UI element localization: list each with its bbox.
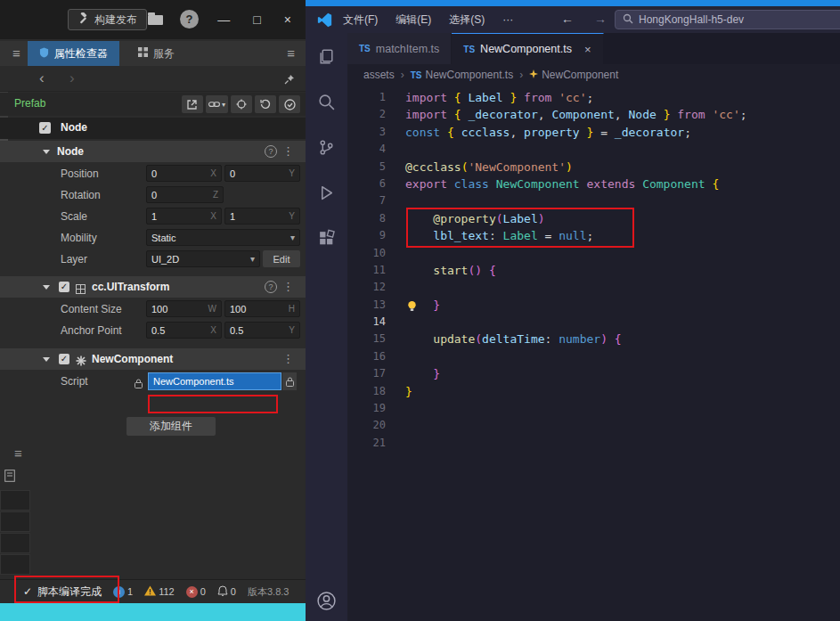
code-line[interactable]: 3const { ccclass, property } = _decorato… (347, 124, 840, 141)
script-input[interactable]: NewComponent.ts (148, 372, 281, 390)
code-line[interactable]: 12 (347, 279, 840, 296)
component-enabled-checkbox[interactable]: ✓ (59, 282, 69, 292)
add-component-button[interactable]: 添加组件 (126, 417, 216, 436)
menu-item[interactable]: ··· (502, 13, 513, 26)
code-line[interactable]: 20 (347, 417, 840, 434)
axis-label: X (210, 211, 216, 221)
explorer-icon[interactable] (317, 47, 336, 69)
code-line[interactable]: 6export class NewComponent extends Compo… (347, 176, 840, 192)
pin-icon[interactable] (284, 72, 295, 88)
code-line[interactable]: 18} (347, 383, 840, 400)
menu-item[interactable]: 选择(S) (449, 12, 485, 28)
section-header-uitransform[interactable]: ✓ cc.UITransform ? ⋮ (0, 276, 306, 298)
code-line[interactable]: 4 (347, 141, 840, 158)
content-size-w-input[interactable]: 100W (146, 300, 222, 317)
nav-forward-icon[interactable]: → (594, 12, 607, 26)
collapse-icon[interactable] (43, 285, 50, 290)
breadcrumb-symbol-label: NewComponent (542, 69, 618, 81)
component-enabled-checkbox[interactable]: ✓ (59, 354, 69, 364)
console-menu-icon[interactable]: ≡ (14, 445, 22, 461)
error-counter[interactable]: × 0 (186, 586, 206, 598)
line-number: 14 (347, 314, 386, 331)
prefab-locate-button[interactable] (231, 95, 252, 113)
editor-tab[interactable]: TSNewComponent.ts× (452, 33, 603, 64)
code-line[interactable]: 1import { Label } from 'cc'; (347, 89, 840, 106)
code-line[interactable]: 16 (347, 348, 840, 365)
maximize-button[interactable]: □ (253, 12, 260, 27)
warning-counter[interactable]: 112 (144, 585, 175, 598)
anchor-x-input[interactable]: 0.5X (146, 322, 222, 339)
breadcrumb-file-label: NewComponent.ts (425, 69, 513, 81)
code-line[interactable]: 15 update(deltaTime: number) { (347, 331, 840, 347)
code-line[interactable]: 5@ccclass('NewComponent') (347, 159, 840, 176)
rotation-z-input[interactable]: 0Z (146, 186, 224, 203)
forward-icon[interactable]: › (69, 69, 75, 87)
more-icon[interactable]: ⋮ (282, 352, 294, 365)
source-control-icon[interactable] (317, 138, 336, 160)
help-icon[interactable]: ? (265, 145, 277, 158)
script-row: Script NewComponent.ts (0, 372, 306, 391)
command-search-input[interactable]: HongKongHall-h5-dev (615, 10, 840, 29)
section-header-node[interactable]: Node ? ⋮ (0, 141, 306, 162)
prefab-reset-button[interactable] (255, 95, 276, 113)
value: 100 (151, 304, 167, 315)
more-icon[interactable]: ⋮ (282, 144, 294, 158)
mobility-select[interactable]: Static▾ (146, 229, 300, 246)
anchor-y-input[interactable]: 0.5Y (224, 322, 300, 339)
search-icon[interactable] (317, 93, 336, 115)
position-y-input[interactable]: 0Y (224, 165, 300, 182)
prefab-buttons: ▾ (182, 95, 300, 113)
code-text: @ccclass('NewComponent') (386, 159, 573, 176)
content-size-h-input[interactable]: 100H (224, 300, 300, 317)
close-icon[interactable]: × (584, 43, 591, 56)
code-line[interactable]: 2import { _decorator, Component, Node } … (347, 106, 840, 123)
menu-item[interactable]: 编辑(E) (396, 12, 431, 28)
nav-back-icon[interactable]: ← (561, 12, 574, 26)
value: 0 (230, 168, 235, 179)
breadcrumb-item[interactable]: TS NewComponent.ts (411, 69, 514, 81)
layer-edit-button[interactable]: Edit (263, 250, 300, 267)
more-icon[interactable]: ⋮ (282, 280, 294, 293)
close-button[interactable]: × (284, 12, 291, 27)
code-line[interactable]: 11 start() { (347, 262, 840, 279)
section-header-newcomponent[interactable]: ✓ NewComponent ⋮ (0, 348, 306, 370)
minimize-button[interactable]: — (217, 12, 230, 27)
breadcrumb-item[interactable]: assets (363, 69, 395, 81)
breadcrumb-item[interactable]: NewComponent (529, 69, 618, 81)
run-debug-icon[interactable] (317, 184, 336, 206)
extensions-icon[interactable] (317, 229, 336, 251)
code-line[interactable]: 19 (347, 400, 840, 417)
tab-services[interactable]: 服务 (126, 41, 186, 66)
prefab-link-button[interactable]: ▾ (206, 95, 228, 113)
help-icon[interactable]: ? (180, 10, 199, 29)
collapse-icon[interactable] (43, 357, 50, 362)
back-icon[interactable]: ‹ (39, 69, 45, 87)
panel-menu-icon[interactable]: ≡ (0, 41, 20, 66)
node-enabled-checkbox[interactable]: ✓ (39, 122, 51, 134)
warning-icon (144, 585, 156, 598)
scale-y-input[interactable]: 1Y (224, 208, 300, 225)
panel-options-icon[interactable]: ≡ (287, 41, 306, 66)
notification-counter[interactable]: 0 (217, 585, 236, 599)
lightbulb-icon[interactable] (406, 299, 418, 315)
layer-select[interactable]: UI_2D▾ (146, 250, 260, 267)
menu-item[interactable]: 文件(F) (343, 12, 378, 28)
account-icon[interactable] (316, 591, 337, 615)
code-editor[interactable]: 1import { Label } from 'cc';2import { _d… (347, 86, 840, 621)
code-line[interactable]: 21 (347, 435, 840, 452)
editor-tab[interactable]: TSmatchItem.ts (347, 33, 452, 64)
code-line[interactable]: 17 } (347, 365, 840, 382)
tab-inspector[interactable]: 属性检查器 (28, 41, 119, 66)
selected-value: Static (151, 233, 176, 243)
help-icon[interactable]: ? (265, 281, 277, 293)
scale-x-input[interactable]: 1X (146, 208, 222, 225)
folder-icon[interactable] (148, 15, 163, 25)
code-line[interactable]: 13 } (347, 297, 840, 314)
position-x-input[interactable]: 0X (146, 165, 222, 182)
prefab-apply-button[interactable] (279, 95, 300, 113)
prefab-edit-button[interactable] (182, 95, 203, 113)
build-publish-button[interactable]: 构建发布 (68, 9, 147, 30)
lock-icon[interactable] (282, 372, 297, 390)
collapse-icon[interactable] (43, 150, 50, 154)
code-line[interactable]: 14 (347, 314, 840, 331)
